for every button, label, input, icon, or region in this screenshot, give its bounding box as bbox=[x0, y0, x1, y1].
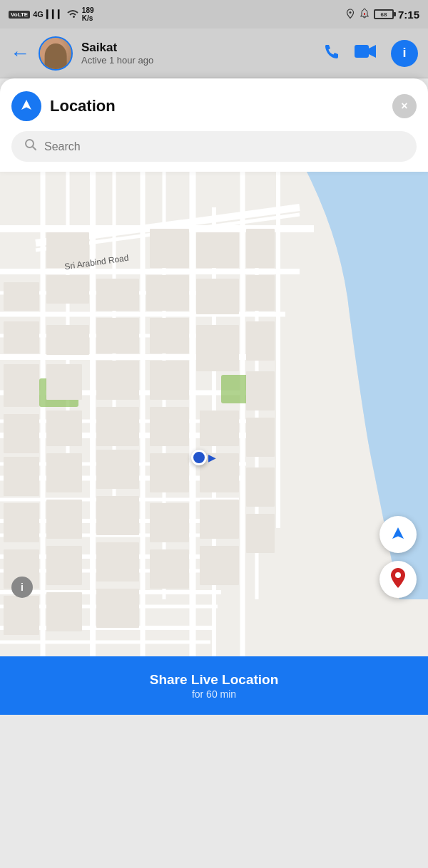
wifi-icon bbox=[66, 9, 79, 20]
current-location-dot bbox=[191, 450, 207, 465]
map-info-button[interactable]: i bbox=[11, 577, 33, 598]
svg-rect-70 bbox=[246, 371, 275, 410]
svg-rect-72 bbox=[246, 418, 275, 457]
svg-rect-49 bbox=[196, 232, 239, 268]
share-button-subtitle: for 60 min bbox=[192, 688, 236, 700]
header-actions: i bbox=[322, 40, 418, 67]
svg-rect-41 bbox=[4, 282, 39, 311]
signal-bars: ▎▎▎ bbox=[46, 10, 63, 19]
map-pin-icon bbox=[389, 567, 407, 591]
svg-rect-56 bbox=[196, 279, 239, 314]
speed-indicator: 189K/s bbox=[82, 6, 94, 22]
location-status-icon bbox=[345, 9, 355, 21]
arrow-icon bbox=[19, 98, 34, 115]
volte-badge: VoLTE bbox=[9, 11, 30, 19]
svg-rect-80 bbox=[150, 549, 189, 589]
svg-rect-43 bbox=[96, 279, 139, 311]
svg-rect-2 bbox=[355, 45, 369, 58]
map-svg bbox=[0, 172, 428, 656]
svg-rect-74 bbox=[46, 500, 82, 539]
battery-indicator: 68 bbox=[374, 9, 394, 19]
svg-rect-61 bbox=[4, 414, 39, 453]
svg-rect-69 bbox=[200, 410, 239, 446]
svg-rect-55 bbox=[150, 318, 189, 353]
svg-rect-64 bbox=[46, 453, 82, 492]
svg-point-88 bbox=[395, 572, 401, 578]
location-panel: Location × bbox=[0, 78, 428, 172]
contact-avatar bbox=[39, 36, 73, 71]
svg-rect-44 bbox=[150, 229, 189, 268]
chat-header: ← Saikat Active 1 hour ago i bbox=[0, 29, 428, 78]
svg-rect-58 bbox=[196, 325, 239, 371]
share-button-title: Share Live Location bbox=[150, 671, 279, 689]
svg-rect-47 bbox=[146, 275, 189, 311]
svg-rect-82 bbox=[46, 592, 82, 631]
svg-rect-51 bbox=[46, 325, 89, 355]
svg-rect-53 bbox=[46, 364, 82, 400]
map-area[interactable]: Sri Arabind Road i bbox=[0, 172, 428, 656]
svg-rect-60 bbox=[246, 321, 275, 361]
search-input[interactable] bbox=[44, 140, 404, 153]
close-button[interactable]: × bbox=[392, 94, 417, 118]
svg-rect-63 bbox=[96, 407, 139, 446]
svg-rect-42 bbox=[46, 232, 89, 268]
phone-button[interactable] bbox=[322, 42, 341, 65]
status-right: 68 7:15 bbox=[345, 8, 419, 21]
location-title-group: Location bbox=[11, 91, 116, 121]
navigate-fab[interactable] bbox=[379, 516, 417, 553]
svg-rect-45 bbox=[46, 275, 89, 304]
location-title: Location bbox=[50, 97, 116, 115]
network-type: 4G bbox=[33, 10, 44, 19]
svg-rect-79 bbox=[96, 542, 139, 582]
svg-rect-87 bbox=[246, 514, 275, 553]
search-bar[interactable] bbox=[11, 131, 417, 162]
svg-rect-54 bbox=[96, 361, 139, 400]
svg-rect-59 bbox=[246, 275, 275, 311]
contact-info: Saikat Active 1 hour ago bbox=[81, 41, 314, 66]
location-nav-icon bbox=[11, 91, 41, 121]
search-icon bbox=[24, 138, 37, 155]
contact-status: Active 1 hour ago bbox=[81, 55, 314, 66]
svg-rect-85 bbox=[200, 546, 239, 585]
svg-rect-65 bbox=[96, 450, 139, 489]
svg-rect-83 bbox=[96, 589, 139, 628]
back-button[interactable]: ← bbox=[10, 43, 30, 63]
svg-line-4 bbox=[33, 147, 36, 150]
svg-rect-57 bbox=[150, 361, 189, 400]
svg-rect-50 bbox=[4, 364, 39, 407]
location-header: Location × bbox=[11, 91, 417, 121]
video-call-button[interactable] bbox=[354, 42, 378, 65]
svg-rect-68 bbox=[150, 453, 189, 492]
svg-point-0 bbox=[349, 11, 351, 14]
svg-rect-84 bbox=[200, 500, 239, 539]
status-left: VoLTE 4G ▎▎▎ 189K/s bbox=[9, 6, 94, 22]
svg-rect-46 bbox=[4, 321, 39, 353]
svg-rect-48 bbox=[246, 229, 275, 268]
svg-rect-75 bbox=[96, 496, 139, 535]
svg-rect-73 bbox=[4, 503, 39, 542]
navigate-arrow-icon bbox=[389, 525, 407, 544]
svg-rect-67 bbox=[150, 407, 189, 446]
svg-rect-81 bbox=[4, 596, 39, 635]
svg-rect-52 bbox=[96, 318, 139, 353]
share-live-location-button[interactable]: Share Live Location for 60 min bbox=[0, 656, 428, 715]
contact-name: Saikat bbox=[81, 41, 314, 55]
svg-rect-62 bbox=[46, 410, 82, 446]
svg-rect-86 bbox=[246, 467, 275, 507]
time-display: 7:15 bbox=[398, 9, 419, 21]
svg-rect-78 bbox=[46, 546, 82, 585]
status-bar: VoLTE 4G ▎▎▎ 189K/s 68 7:15 bbox=[0, 0, 428, 29]
svg-rect-66 bbox=[4, 457, 39, 496]
pin-location-fab[interactable] bbox=[379, 561, 417, 598]
info-button[interactable]: i bbox=[391, 40, 418, 67]
info-icon: i bbox=[402, 46, 406, 61]
bell-icon bbox=[360, 8, 370, 21]
svg-rect-76 bbox=[150, 503, 189, 542]
